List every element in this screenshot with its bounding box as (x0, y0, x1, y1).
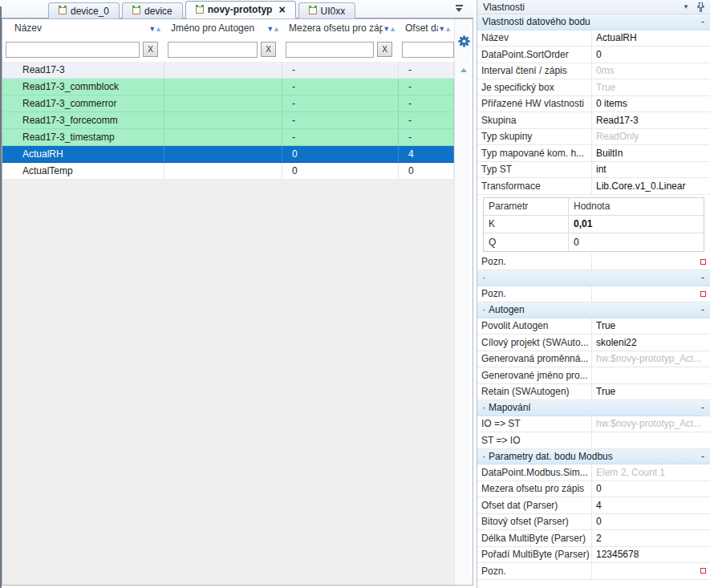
property-label: Skupina (477, 112, 592, 128)
property-value[interactable]: 4 (592, 497, 710, 513)
property-row: Pozn. (477, 563, 710, 580)
property-value[interactable]: Read17-3 (592, 112, 710, 128)
property-group-unnamed[interactable]: ·- (477, 270, 710, 286)
tab-device_0[interactable]: device_0 (48, 2, 120, 18)
property-value[interactable]: 0 items (592, 96, 710, 112)
cell-ofset-dat: - (399, 112, 454, 128)
column-header-label: Ofset dat (P (405, 22, 438, 34)
collapse-icon[interactable]: - (701, 451, 704, 462)
property-row: SkupinaRead17-3 (477, 112, 710, 129)
collapse-icon[interactable]: - (701, 272, 704, 283)
property-group-Mapování[interactable]: ·Mapování- (477, 400, 710, 416)
cell-mezera-ofsetu: - (282, 129, 399, 145)
tab-novy-prototyp[interactable]: novy-prototyp× (185, 1, 296, 18)
sort-asc-icon[interactable]: ▲ (444, 25, 451, 33)
table-row-Read17-3_commblock[interactable]: Read17-3_commblock-- (2, 79, 454, 95)
table-row-ActualRH[interactable]: ActualRH04 (2, 146, 454, 163)
column-header-2[interactable]: Jméno pro Autogen▼▲ (164, 19, 282, 37)
table-row-Read17-3_commerror[interactable]: Read17-3_commerror-- (2, 95, 454, 112)
note-flag-icon[interactable] (700, 291, 706, 297)
sort-icons[interactable]: ▼▲ (383, 22, 396, 34)
tab-UI0xx[interactable]: UI0xx (298, 2, 356, 18)
scroll-up-icon[interactable] (460, 68, 467, 72)
property-value[interactable] (592, 367, 710, 383)
property-value[interactable]: 0 (592, 481, 710, 497)
property-group-Parametry dat. bodu Modbus[interactable]: ·Parametry dat. bodu Modbus- (477, 449, 710, 465)
sort-asc-icon[interactable]: ▲ (389, 25, 396, 33)
property-value[interactable] (592, 286, 710, 302)
collapse-icon[interactable]: - (701, 402, 704, 413)
cell-ofset-dat: - (399, 95, 454, 112)
grid-scrollbar[interactable] (454, 19, 473, 585)
column-header-3[interactable]: Mezera ofsetu pro záp▼▲ (282, 19, 399, 37)
property-value[interactable]: int (592, 162, 710, 178)
table-row-Read17-3[interactable]: Read17-3-- (2, 62, 454, 79)
filter-clear-button[interactable]: X (377, 42, 392, 57)
property-value[interactable]: Lib.Core.v1_0.Linear (592, 178, 710, 194)
property-value[interactable]: skoleni22 (592, 335, 710, 351)
property-value[interactable]: True (592, 318, 710, 335)
filter-input-3[interactable] (286, 42, 374, 58)
sort-desc-icon[interactable]: ▼ (148, 25, 155, 33)
property-value[interactable]: 12345678 (592, 547, 710, 563)
property-value[interactable]: 2 (592, 530, 710, 546)
column-header-4[interactable]: Ofset dat (P▼▲ (399, 19, 454, 37)
cell-mezera-ofsetu: 0 (282, 146, 399, 162)
property-value[interactable]: True (592, 384, 710, 400)
cell-nazev: ActualRH (2, 146, 164, 162)
note-flag-icon[interactable] (700, 568, 706, 574)
chevron-down-icon[interactable]: ▼ (683, 3, 689, 10)
property-group-Autogen[interactable]: ·Autogen- (477, 302, 710, 318)
note-flag-icon[interactable] (700, 259, 706, 265)
filter-input-2[interactable] (168, 42, 258, 58)
column-chooser-gear-icon[interactable] (457, 35, 470, 48)
property-row: NázevActualRH (477, 30, 710, 47)
property-group-Vlastnosti datového bodu[interactable]: Vlastnosti datového bodu- (477, 14, 710, 30)
sort-icons[interactable]: ▼▲ (266, 22, 279, 34)
property-value[interactable]: 0 (592, 514, 710, 530)
tab-close-icon[interactable]: × (278, 6, 285, 14)
property-label: Název (477, 30, 592, 47)
tab-device[interactable]: device (122, 2, 183, 18)
subtable-value[interactable]: 0 (569, 233, 704, 251)
property-value[interactable]: ActualRH (592, 30, 710, 47)
sort-icons[interactable]: ▼▲ (148, 22, 161, 34)
property-value[interactable] (592, 432, 710, 448)
filter-cell-1: X (2, 42, 164, 58)
table-row-Read17-3_timestamp[interactable]: Read17-3_timestamp-- (2, 129, 454, 146)
bullet-icon: · (482, 402, 485, 413)
filter-input-4[interactable] (402, 42, 454, 58)
property-value[interactable] (592, 563, 710, 579)
filter-clear-button[interactable]: X (143, 42, 158, 57)
cell-autogen (164, 163, 282, 179)
pin-icon[interactable] (697, 2, 704, 12)
property-value[interactable]: 0 (592, 47, 710, 63)
cell-nazev: Read17-3_forcecomm (2, 112, 164, 128)
filter-clear-button[interactable]: X (261, 42, 276, 57)
subtable-header-row: ParametrHodnota (484, 198, 704, 216)
column-header-1[interactable]: Název▼▲ (2, 19, 164, 37)
sort-asc-icon[interactable]: ▲ (155, 25, 161, 33)
sort-icons[interactable]: ▼▲ (438, 22, 451, 34)
property-value[interactable]: BuiltIn (592, 145, 710, 161)
column-header-label: Mezera ofsetu pro záp (289, 22, 383, 34)
property-value[interactable] (592, 254, 710, 270)
tab-list-dropdown-icon[interactable] (456, 5, 463, 13)
property-row: Pozn. (477, 286, 710, 303)
table-row-Read17-3_forcecomm[interactable]: Read17-3_forcecomm-- (2, 112, 454, 129)
subtable-value[interactable]: 0,01 (569, 216, 704, 233)
property-label: Typ ST (477, 162, 592, 178)
property-row: Typ skupinyReadOnly (477, 129, 710, 146)
sort-desc-icon[interactable]: ▼ (383, 25, 389, 33)
column-header-label: Jméno pro Autogen (171, 22, 266, 34)
property-label: Přiřazené HW vlastnosti (477, 96, 592, 112)
device-tab-icon (132, 7, 140, 14)
property-label: Mezera ofsetu pro zápis (477, 481, 592, 497)
sort-asc-icon[interactable]: ▲ (273, 25, 279, 33)
filter-input-1[interactable] (6, 42, 140, 58)
collapse-icon[interactable]: - (701, 304, 704, 315)
collapse-icon[interactable]: - (701, 16, 704, 27)
sort-desc-icon[interactable]: ▼ (438, 25, 444, 33)
sort-desc-icon[interactable]: ▼ (266, 25, 273, 33)
table-row-ActualTemp[interactable]: ActualTemp00 (2, 163, 454, 180)
